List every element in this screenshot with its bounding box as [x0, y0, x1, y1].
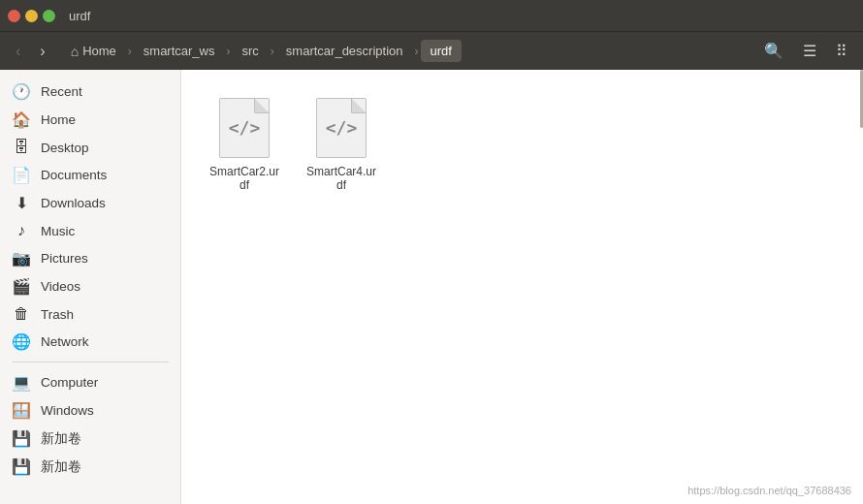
minimize-button[interactable] — [25, 10, 38, 22]
breadcrumb-smartcar-ws-label: smartcar_ws — [144, 44, 215, 58]
breadcrumb-urdf[interactable]: urdf — [421, 40, 462, 62]
sidebar-item-home[interactable]: 🏠 Home — [0, 106, 180, 134]
file-page-content-smartcar4: </> — [326, 119, 358, 137]
back-button[interactable]: ‹ — [8, 39, 28, 64]
list-view-icon: ☰ — [803, 42, 816, 60]
sidebar-label-trash: Trash — [41, 307, 74, 322]
forward-button[interactable]: › — [32, 39, 52, 64]
sidebar-item-windows[interactable]: 🪟 Windows — [0, 396, 180, 425]
file-item-smartcar2[interactable]: </> SmartCar2.urdf — [201, 89, 288, 200]
sidebar-label-recent: Recent — [41, 84, 82, 99]
search-icon: 🔍 — [764, 42, 783, 60]
sidebar-item-music[interactable]: ♪ Music — [0, 217, 180, 244]
breadcrumb-sep-3: › — [269, 45, 276, 58]
sidebar-label-documents: Documents — [41, 168, 107, 182]
file-area: </> SmartCar2.urdf </> SmartCar4.urdf ht… — [181, 70, 863, 504]
sidebar-separator — [12, 362, 169, 362]
home-icon: ⌂ — [71, 44, 79, 59]
sidebar-item-recent[interactable]: 🕐 Recent — [0, 78, 180, 106]
sidebar-item-downloads[interactable]: ⬇ Downloads — [0, 189, 180, 217]
close-button[interactable] — [8, 10, 20, 22]
pictures-icon: 📷 — [12, 249, 31, 268]
videos-icon: 🎬 — [12, 277, 31, 296]
sidebar-label-pictures: Pictures — [41, 251, 88, 266]
forward-icon: › — [40, 43, 45, 60]
watermark: https://blog.csdn.net/qq_37688436 — [687, 485, 851, 496]
network-icon: 🌐 — [12, 332, 31, 351]
file-icon-smartcar2: </> — [217, 97, 272, 159]
breadcrumb-sep-1: › — [126, 45, 134, 58]
window-title: urdf — [69, 9, 90, 23]
sidebar-item-volume2[interactable]: 💾 新加卷 — [0, 453, 180, 481]
breadcrumb-smartcar-description-label: smartcar_description — [286, 44, 403, 58]
breadcrumb: ⌂ Home › smartcar_ws › src › smartcar_de… — [61, 40, 752, 63]
sidebar-item-network[interactable]: 🌐 Network — [0, 328, 180, 356]
breadcrumb-home-label: Home — [82, 44, 116, 58]
breadcrumb-src[interactable]: src — [233, 40, 269, 62]
sidebar-label-videos: Videos — [41, 279, 80, 294]
desktop-icon: 🗄 — [12, 139, 31, 156]
sidebar-label-downloads: Downloads — [41, 196, 106, 210]
downloads-icon: ⬇ — [12, 194, 31, 212]
breadcrumb-sep-2: › — [225, 45, 233, 58]
file-page-content-smartcar2: </> — [229, 119, 261, 137]
sidebar-item-desktop[interactable]: 🗄 Desktop — [0, 134, 180, 161]
back-icon: ‹ — [16, 43, 20, 60]
sidebar: 🕐 Recent 🏠 Home 🗄 Desktop 📄 Documents ⬇ … — [0, 70, 181, 504]
sidebar-item-documents[interactable]: 📄 Documents — [0, 161, 180, 189]
breadcrumb-smartcar-description[interactable]: smartcar_description — [276, 40, 413, 62]
file-page-smartcar4: </> — [316, 98, 367, 158]
breadcrumb-smartcar-ws[interactable]: smartcar_ws — [134, 40, 225, 62]
maximize-button[interactable] — [43, 10, 55, 22]
window-controls — [8, 10, 55, 22]
search-button[interactable]: 🔍 — [756, 38, 791, 64]
sidebar-item-trash[interactable]: 🗑 Trash — [0, 300, 180, 328]
sidebar-label-volume2: 新加卷 — [41, 458, 81, 476]
sidebar-label-volume1: 新加卷 — [41, 430, 81, 448]
trash-icon: 🗑 — [12, 305, 31, 323]
breadcrumb-src-label: src — [242, 44, 259, 58]
breadcrumb-urdf-label: urdf — [431, 44, 452, 58]
computer-icon: 💻 — [12, 373, 31, 392]
sidebar-item-pictures[interactable]: 📷 Pictures — [0, 244, 180, 272]
grid-view-button[interactable]: ⠿ — [828, 38, 855, 64]
sidebar-label-desktop: Desktop — [41, 141, 89, 155]
volume2-icon: 💾 — [12, 457, 31, 476]
sidebar-label-computer: Computer — [41, 375, 98, 390]
file-icon-smartcar4: </> — [314, 97, 368, 159]
volume1-icon: 💾 — [12, 429, 31, 448]
sidebar-label-network: Network — [41, 334, 89, 349]
sidebar-item-videos[interactable]: 🎬 Videos — [0, 272, 180, 300]
sidebar-label-home: Home — [41, 112, 76, 127]
breadcrumb-home[interactable]: ⌂ Home — [61, 40, 126, 63]
breadcrumb-sep-4: › — [413, 45, 421, 58]
file-name-smartcar4: SmartCar4.urdf — [304, 165, 379, 192]
recent-icon: 🕐 — [12, 82, 31, 101]
sidebar-item-volume1[interactable]: 💾 新加卷 — [0, 425, 180, 453]
sidebar-item-computer[interactable]: 💻 Computer — [0, 368, 180, 396]
windows-icon: 🪟 — [12, 401, 31, 420]
toolbar: ‹ › ⌂ Home › smartcar_ws › src › smartca… — [0, 31, 863, 70]
main-layout: 🕐 Recent 🏠 Home 🗄 Desktop 📄 Documents ⬇ … — [0, 70, 863, 504]
file-name-smartcar2: SmartCar2.urdf — [207, 165, 282, 192]
toolbar-actions: 🔍 ☰ ⠿ — [756, 38, 855, 64]
documents-icon: 📄 — [12, 166, 31, 184]
titlebar: urdf — [0, 0, 863, 31]
file-item-smartcar4[interactable]: </> SmartCar4.urdf — [298, 89, 385, 200]
sidebar-label-music: Music — [41, 224, 75, 238]
list-view-button[interactable]: ☰ — [795, 38, 824, 64]
home-sidebar-icon: 🏠 — [12, 110, 31, 129]
grid-view-icon: ⠿ — [836, 42, 847, 60]
sidebar-label-windows: Windows — [41, 403, 94, 418]
music-icon: ♪ — [12, 222, 31, 239]
file-page-smartcar2: </> — [219, 98, 270, 158]
